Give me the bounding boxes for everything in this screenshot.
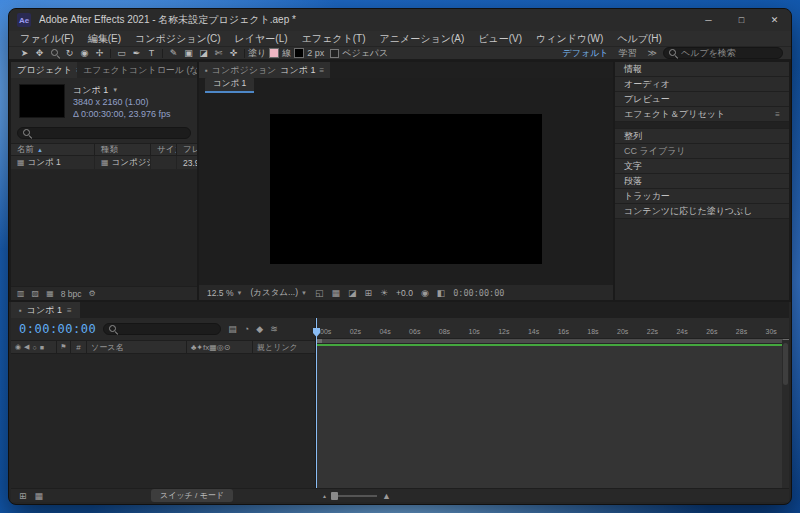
project-search-input[interactable]: [17, 127, 191, 139]
time-ruler[interactable]: 00s 02s 04s 06s 08s 10s 12s 14s 16s 18s …: [316, 318, 789, 339]
timeline-tab[interactable]: ▪ コンポ 1 ≡: [11, 302, 80, 318]
camera-tool-icon[interactable]: ◉: [77, 48, 92, 58]
view-layout-icon[interactable]: ⊞: [364, 288, 372, 298]
pen-tool-icon[interactable]: ✒: [129, 48, 144, 58]
preview-timecode[interactable]: 0:00:00:00: [453, 288, 504, 298]
selection-tool-icon[interactable]: ➤: [17, 48, 32, 58]
eraser-tool-icon[interactable]: ◪: [196, 48, 211, 58]
zoom-slider-handle[interactable]: [331, 492, 338, 500]
pan-behind-tool-icon[interactable]: ✢: [92, 48, 107, 58]
label-column[interactable]: ⚑: [57, 341, 71, 353]
workspace-learn-tab[interactable]: 学習: [614, 47, 642, 60]
help-search-input[interactable]: [663, 47, 783, 59]
solo-icon[interactable]: ○: [33, 344, 37, 351]
flyout-caret-icon[interactable]: ▼: [112, 84, 118, 96]
transparency-grid-icon[interactable]: ▦: [331, 288, 340, 298]
zoom-slider[interactable]: [331, 495, 377, 497]
panel-paragraph[interactable]: 段落: [615, 174, 789, 189]
current-time-indicator[interactable]: 0:00:00:00: [19, 322, 96, 336]
orbit-tool-icon[interactable]: ↻: [62, 48, 77, 58]
menu-file[interactable]: ファイル(F): [13, 32, 81, 46]
type-tool-icon[interactable]: T: [144, 48, 159, 58]
column-type[interactable]: 種類: [95, 144, 151, 155]
lock-icon[interactable]: ■: [40, 344, 44, 351]
timeline-search-input[interactable]: [103, 323, 221, 335]
panel-cc-libraries[interactable]: CC ライブラリ: [615, 144, 789, 159]
roto-brush-tool-icon[interactable]: ✄: [211, 48, 226, 58]
panel-character[interactable]: 文字: [615, 159, 789, 174]
panel-audio[interactable]: オーディオ: [615, 77, 789, 92]
menu-help[interactable]: ヘルプ(H): [610, 32, 669, 46]
channels-icon[interactable]: ◧: [437, 288, 446, 298]
new-folder-icon[interactable]: ▨: [32, 289, 40, 298]
new-composition-icon[interactable]: ▦: [46, 289, 54, 298]
panel-menu-icon[interactable]: ≡: [67, 306, 72, 315]
puppet-tool-icon[interactable]: ✜: [226, 48, 241, 58]
panel-preview[interactable]: プレビュー: [615, 92, 789, 107]
viewer-comp-chip[interactable]: コンポ 1: [205, 77, 254, 93]
fill-color-swatch[interactable]: [269, 48, 279, 58]
track-area[interactable]: [316, 346, 789, 488]
menu-animation[interactable]: アニメーション(A): [372, 32, 471, 46]
eye-icon[interactable]: ◉: [15, 343, 21, 351]
comp-thumbnail[interactable]: [19, 84, 65, 118]
menu-effect[interactable]: エフェクト(T): [295, 32, 373, 46]
stroke-color-swatch[interactable]: [294, 48, 304, 58]
project-bit-depth[interactable]: 8 bpc: [61, 289, 82, 299]
titlebar[interactable]: Ae Adobe After Effects 2021 - 名称未設定プロジェク…: [9, 9, 791, 31]
timeline-vertical-scrollbar[interactable]: [782, 340, 789, 488]
project-settings-icon[interactable]: ⚙: [88, 289, 95, 298]
motion-blur-icon[interactable]: ≋: [270, 324, 278, 334]
workspace-default-tab[interactable]: デフォルト: [558, 47, 614, 60]
layer-number-column[interactable]: #: [71, 341, 87, 353]
exposure-value[interactable]: +0.0: [396, 288, 413, 298]
magnification-dropdown[interactable]: 12.5 % ▼: [207, 288, 242, 298]
panel-tracker[interactable]: トラッカー: [615, 189, 789, 204]
shape-tool-icon[interactable]: ▭: [114, 48, 129, 58]
mask-visibility-icon[interactable]: ◪: [348, 288, 357, 298]
maximize-button[interactable]: □: [725, 9, 758, 31]
project-item-row[interactable]: ▦ コンポ 1 ▦ コンポジション 23.9: [11, 156, 197, 170]
close-button[interactable]: ✕: [758, 9, 791, 31]
draft-3d-icon[interactable]: ◔: [244, 324, 249, 334]
audio-icon[interactable]: ◀: [24, 343, 29, 351]
zoom-in-icon[interactable]: ▲: [382, 491, 391, 501]
panel-info[interactable]: 情報: [615, 62, 789, 77]
menu-layer[interactable]: レイヤー(L): [228, 32, 295, 46]
project-list-empty-area[interactable]: [11, 170, 197, 286]
snapshot-icon[interactable]: ◉: [421, 288, 429, 298]
source-name-column[interactable]: ソース名: [87, 341, 187, 353]
menu-window[interactable]: ウィンドウ(W): [529, 32, 610, 46]
composition-viewer[interactable]: [199, 93, 613, 284]
region-of-interest-icon[interactable]: ◱: [315, 288, 324, 298]
stroke-width-value[interactable]: 2 px: [307, 48, 324, 58]
tab-effect-controls[interactable]: エフェクトコントロール (なし): [77, 62, 197, 78]
menu-view[interactable]: ビュー(V): [471, 32, 529, 46]
column-framerate[interactable]: フレ: [177, 144, 197, 155]
composition-frame[interactable]: [270, 114, 542, 264]
workspace-overflow-icon[interactable]: ≫: [642, 48, 663, 58]
resolution-dropdown[interactable]: (カスタム...) ▼: [250, 287, 307, 299]
interpret-footage-icon[interactable]: ▥: [17, 289, 25, 298]
tab-project[interactable]: プロジェクト ≡: [11, 62, 77, 78]
panel-menu-icon[interactable]: ≡: [775, 110, 780, 119]
clone-stamp-tool-icon[interactable]: ▣: [181, 48, 196, 58]
panel-effects-presets[interactable]: エフェクト＆プリセット ≡: [615, 107, 789, 122]
switch-mode-toggle[interactable]: スイッチ / モード: [151, 489, 233, 502]
menu-edit[interactable]: 編集(E): [81, 32, 128, 46]
composition-mini-flowchart-icon[interactable]: ▤: [228, 324, 237, 334]
parent-link-column[interactable]: 親とリンク: [253, 341, 315, 353]
minimize-button[interactable]: ─: [692, 9, 725, 31]
column-name[interactable]: 名前 ▲: [11, 144, 95, 155]
expand-transfer-controls-icon[interactable]: ▦: [35, 491, 44, 501]
zoom-tool-icon[interactable]: [47, 47, 62, 59]
playhead-line[interactable]: [316, 318, 317, 488]
hand-tool-icon[interactable]: ✥: [32, 48, 47, 58]
switches-column[interactable]: ♣✦fx▦◎⊙: [187, 341, 253, 353]
hide-shy-layers-icon[interactable]: ◆: [256, 324, 263, 334]
exposure-icon[interactable]: ☀: [380, 288, 388, 298]
menu-composition[interactable]: コンポジション(C): [128, 32, 228, 46]
panel-content-aware-fill[interactable]: コンテンツに応じた塗りつぶし: [615, 204, 789, 219]
tab-composition[interactable]: ▪ コンポジション コンポ 1 ≡: [199, 62, 330, 78]
viewer-lock-icon[interactable]: ▪: [205, 66, 208, 75]
